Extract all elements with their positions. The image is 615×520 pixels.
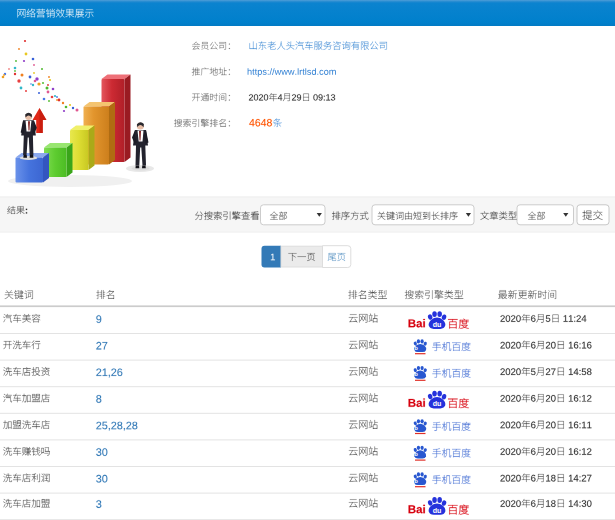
svg-text:du: du [433, 321, 442, 329]
svg-text:du: du [433, 400, 442, 408]
svg-text:du: du [433, 507, 442, 515]
